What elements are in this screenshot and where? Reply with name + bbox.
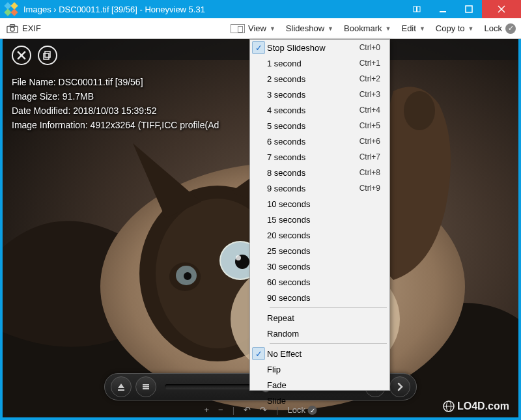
menu-item-label: 10 seconds <box>267 199 389 209</box>
svg-rect-2 <box>4 8 11 16</box>
svg-rect-3 <box>10 8 18 16</box>
lock-button[interactable]: Lock ✓ <box>479 18 521 39</box>
menu-item[interactable]: 20 seconds <box>250 227 389 243</box>
menu-item-shortcut: Ctrl+5 <box>359 121 389 130</box>
lock-label: Lock <box>485 23 502 33</box>
copy-icon <box>43 51 52 60</box>
menu-item-label: 60 seconds <box>267 277 389 287</box>
menu-item[interactable]: Flip <box>250 361 389 377</box>
menu-item[interactable]: 9 secondsCtrl+9 <box>250 180 389 196</box>
menu-item-shortcut: Ctrl+0 <box>359 43 389 52</box>
copyto-menu[interactable]: Copy to ▼ <box>430 18 479 39</box>
watermark: LO4D.com <box>443 400 509 412</box>
menu-item-label: No Effect <box>267 349 389 359</box>
menu-item[interactable]: 5 secondsCtrl+5 <box>250 118 389 133</box>
zoom-in-button[interactable]: + <box>204 405 209 415</box>
menu-item[interactable]: Random <box>250 326 389 341</box>
svg-rect-5 <box>416 7 417 12</box>
menu-item[interactable]: 6 secondsCtrl+6 <box>250 133 389 149</box>
menu-item-label: 30 seconds <box>267 262 389 272</box>
menu-item[interactable]: 25 seconds <box>250 243 389 259</box>
chevron-down-icon: ▼ <box>468 25 474 32</box>
slideshow-label: Slideshow <box>286 23 324 33</box>
copyto-label: Copy to <box>436 23 465 33</box>
menu-item-shortcut: Ctrl+9 <box>359 184 389 193</box>
menu-item[interactable]: 60 seconds <box>250 274 389 290</box>
info-size: Image Size: 91.7MB <box>12 89 219 104</box>
menu-item[interactable]: 15 seconds <box>250 212 389 227</box>
edit-menu[interactable]: Edit ▼ <box>396 18 430 39</box>
menu-item[interactable]: 7 secondsCtrl+7 <box>250 149 389 165</box>
menu-item-shortcut: Ctrl+3 <box>359 90 389 99</box>
menu-item-label: Stop Slideshow <box>267 43 359 53</box>
menu-item-label: 15 seconds <box>267 215 389 225</box>
svg-rect-12 <box>10 24 14 27</box>
window-controls <box>404 0 521 18</box>
svg-point-11 <box>10 27 14 31</box>
info-dimensions: Image Information: 4912x3264 (TIFF,ICC p… <box>12 118 219 132</box>
menu-separator <box>270 307 387 308</box>
view-label: View <box>248 23 266 33</box>
watermark-text: LO4D.com <box>457 400 509 412</box>
overlay-close-button[interactable] <box>12 46 31 65</box>
svg-rect-33 <box>143 388 149 389</box>
menu-item-label: Slide <box>267 396 389 406</box>
menu-item[interactable]: 10 seconds <box>250 196 389 212</box>
menu-button[interactable] <box>135 376 156 397</box>
app-window: Images › DSC00011.tif [39/56] - Honeyvie… <box>0 0 521 420</box>
info-filename: File Name: DSC00011.tif [39/56] <box>12 75 219 89</box>
menu-item-shortcut: Ctrl+6 <box>359 137 389 146</box>
close-button[interactable] <box>482 0 521 18</box>
toolbar: EXIF View ▼ Slideshow ▼ Bookmark ▼ Edit … <box>0 18 521 39</box>
menu-item-label: 9 seconds <box>267 184 359 193</box>
bookmark-menu[interactable]: Bookmark ▼ <box>339 18 396 39</box>
menu-item-label: Fade <box>267 380 389 390</box>
menu-item[interactable]: ✓Stop SlideshowCtrl+0 <box>250 40 389 55</box>
menu-item[interactable]: ✓No Effect <box>250 346 389 361</box>
menu-item[interactable]: 2 secondsCtrl+2 <box>250 71 389 87</box>
exif-label: EXIF <box>22 23 41 33</box>
menu-item[interactable]: 4 secondsCtrl+4 <box>250 102 389 118</box>
minimize-button[interactable] <box>430 0 456 18</box>
edit-label: Edit <box>401 23 415 33</box>
eject-button[interactable] <box>111 376 132 397</box>
menu-item-shortcut: Ctrl+8 <box>359 168 389 177</box>
menu-item[interactable]: Repeat <box>250 310 389 326</box>
overlay-copy-button[interactable] <box>38 46 57 65</box>
slideshow-menu[interactable]: Slideshow ▼ <box>281 18 339 39</box>
menu-item[interactable]: Fade <box>250 377 389 393</box>
window-title: Images › DSC00011.tif [39/56] - Honeyvie… <box>22 5 404 14</box>
camera-icon <box>7 23 18 34</box>
menu-item[interactable]: 30 seconds <box>250 259 389 274</box>
menu-item[interactable]: 1 secondCtrl+1 <box>250 55 389 71</box>
view-menu[interactable]: View ▼ <box>225 18 281 39</box>
slideshow-dropdown: ✓Stop SlideshowCtrl+01 secondCtrl+12 sec… <box>249 39 390 391</box>
explorer-button[interactable] <box>404 0 430 18</box>
menu-item-label: 7 seconds <box>267 152 359 162</box>
menu-item-label: 20 seconds <box>267 231 389 240</box>
svg-point-24 <box>404 91 435 130</box>
menu-item[interactable]: 3 secondsCtrl+3 <box>250 87 389 102</box>
svg-rect-1 <box>10 2 18 9</box>
bookmark-label: Bookmark <box>344 23 382 33</box>
next-button[interactable] <box>389 376 410 397</box>
exif-button[interactable]: EXIF <box>0 18 48 39</box>
title-bar: Images › DSC00011.tif [39/56] - Honeyvie… <box>0 0 521 18</box>
svg-point-23 <box>184 272 191 280</box>
menu-item-label: 5 seconds <box>267 121 359 131</box>
svg-rect-0 <box>4 2 11 9</box>
menu-item-label: 6 seconds <box>267 137 359 147</box>
zoom-out-button[interactable]: − <box>218 405 223 415</box>
svg-rect-7 <box>466 6 472 12</box>
maximize-button[interactable] <box>456 0 482 18</box>
menu-item-label: 4 seconds <box>267 105 359 115</box>
svg-rect-30 <box>118 389 124 391</box>
menu-item[interactable]: Slide <box>250 393 389 408</box>
menu-item[interactable]: 90 seconds <box>250 290 389 305</box>
app-icon <box>4 2 18 16</box>
menu-item[interactable]: 8 secondsCtrl+8 <box>250 165 389 180</box>
menu-icon <box>141 382 150 391</box>
close-icon <box>17 51 26 60</box>
menu-separator <box>270 343 387 344</box>
chevron-down-icon: ▼ <box>419 25 425 32</box>
